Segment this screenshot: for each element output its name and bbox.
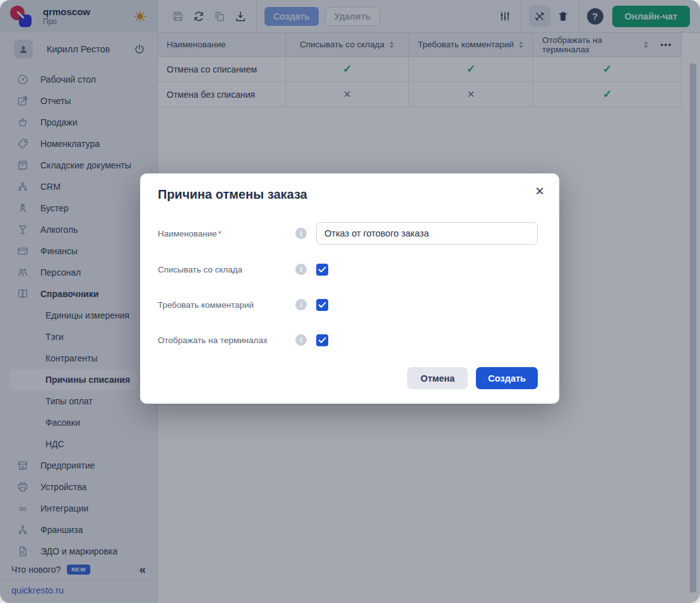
info-icon[interactable]: i — [295, 334, 307, 346]
submit-create-button[interactable]: Создать — [476, 367, 538, 389]
info-icon[interactable]: i — [295, 299, 307, 310]
cancel-reason-modal: Причина отмены заказа × Наименование* i … — [140, 173, 559, 404]
terminals-checkbox-row: Отображать на терминалах i — [158, 334, 538, 346]
terminals-checkbox-label: Отображать на терминалах — [158, 336, 295, 345]
modal-footer: Отмена Создать — [407, 367, 538, 389]
comment-checkbox[interactable] — [316, 299, 328, 311]
comment-checkbox-row: Требовать комментарий i — [158, 298, 538, 311]
terminals-checkbox[interactable] — [316, 334, 328, 346]
cancel-button[interactable]: Отмена — [407, 367, 468, 389]
writeoff-checkbox[interactable] — [316, 264, 328, 276]
writeoff-checkbox-row: Списывать со склада i — [158, 263, 538, 276]
name-field-label: Наименование — [158, 229, 217, 238]
close-icon[interactable]: × — [535, 184, 544, 199]
modal-title: Причина отмены заказа — [158, 187, 307, 202]
writeoff-checkbox-label: Списывать со склада — [158, 265, 295, 274]
required-mark: * — [218, 229, 222, 238]
info-icon[interactable]: i — [295, 228, 307, 239]
name-input[interactable] — [316, 222, 538, 245]
comment-checkbox-label: Требовать комментарий — [158, 300, 295, 310]
name-field-row: Наименование* i — [158, 222, 538, 245]
app-window: qrmoscow Про Кирилл Рестов — [0, 0, 700, 603]
info-icon[interactable]: i — [295, 264, 307, 275]
